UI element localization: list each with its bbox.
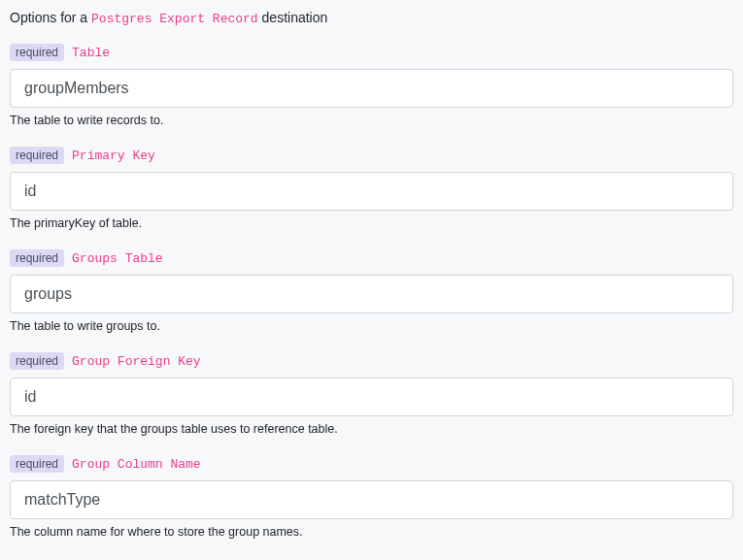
table-input[interactable] <box>10 69 733 108</box>
required-badge: required <box>10 44 64 61</box>
field-label: Group Foreign Key <box>72 354 201 369</box>
field-label-row: required Groups Table <box>10 249 733 267</box>
required-badge: required <box>10 249 64 267</box>
group-column-name-input[interactable] <box>10 480 733 519</box>
field-label: Table <box>72 46 110 60</box>
page-header: Options for a Postgres Export Record des… <box>10 10 733 26</box>
field-label-row: required Group Column Name <box>10 455 733 473</box>
help-text: The foreign key that the groups table us… <box>10 422 733 436</box>
field-primary-key: required Primary Key The primaryKey of t… <box>10 147 733 230</box>
header-code: Postgres Export Record <box>91 12 258 26</box>
header-suffix: destination <box>258 10 328 25</box>
primary-key-input[interactable] <box>10 172 733 211</box>
help-text: The column name for where to store the g… <box>10 525 733 539</box>
field-groups-table: required Groups Table The table to write… <box>10 249 733 333</box>
help-text: The primaryKey of table. <box>10 216 733 230</box>
field-label: Group Column Name <box>72 457 201 472</box>
field-group-foreign-key: required Group Foreign Key The foreign k… <box>10 352 733 436</box>
field-label-row: required Table <box>10 44 733 61</box>
field-table: required Table The table to write record… <box>10 44 733 127</box>
header-prefix: Options for a <box>10 10 91 25</box>
field-label-row: required Primary Key <box>10 147 733 164</box>
field-label-row: required Group Foreign Key <box>10 352 733 370</box>
required-badge: required <box>10 147 64 164</box>
group-foreign-key-input[interactable] <box>10 378 733 416</box>
field-label: Primary Key <box>72 148 155 163</box>
field-group-column-name: required Group Column Name The column na… <box>10 455 733 539</box>
help-text: The table to write records to. <box>10 114 733 127</box>
field-label: Groups Table <box>72 251 163 266</box>
required-badge: required <box>10 352 64 370</box>
groups-table-input[interactable] <box>10 275 733 313</box>
help-text: The table to write groups to. <box>10 319 733 333</box>
required-badge: required <box>10 455 64 473</box>
